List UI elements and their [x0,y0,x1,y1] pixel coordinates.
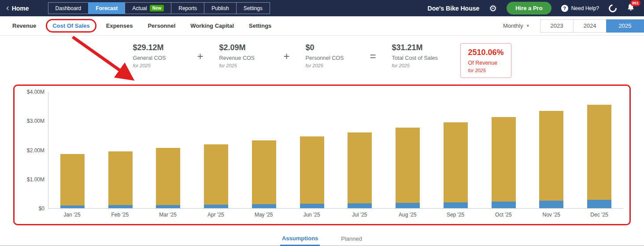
general-cos-segment[interactable] [492,117,516,202]
general-cos-segment[interactable] [587,105,611,200]
tab-dashboard[interactable]: Dashboard [48,2,89,14]
sync-spinner-icon[interactable] [607,3,618,14]
chevron-down-icon: ▾ [526,23,529,29]
period-label: Monthly [503,22,523,29]
chart-x-axis-labels: Jan '25Feb '25Mar '25Apr '25May '25Jun '… [48,212,623,218]
general-cos-segment[interactable] [444,122,468,202]
company-name: Doe's Bike House [428,5,480,12]
revenue-cos-period: for 2025 [219,63,267,68]
general-cos-segment[interactable] [108,151,133,206]
revenue-cos-value: $2.09M [219,43,267,52]
plus-operator: + [193,50,207,62]
x-tick-label: Aug '25 [384,212,432,218]
notifications-button[interactable]: 951 [626,3,635,14]
new-badge: New [150,5,164,11]
hire-a-pro-button[interactable]: Hire a Pro [507,2,551,15]
subnav-item-working-capital[interactable]: Working Capital [190,22,234,29]
revenue-cos-segment[interactable] [60,206,85,208]
revenue-cos-segment[interactable] [396,203,420,208]
general-cos-segment[interactable] [60,154,85,206]
stacked-bar[interactable] [252,140,276,208]
of-revenue-value: 2510.06% [468,48,503,57]
gear-icon[interactable]: ⚙ [489,4,497,13]
need-help-button[interactable]: ? Need Help? [561,5,599,12]
revenue-cos-segment[interactable] [108,205,133,208]
top-navigation-bar: ‹ Home Dashboard Forecast Actual New Rep… [0,0,644,16]
summary-total-cos: $31.21M Total Cost of Sales for 2025 [392,43,440,68]
total-cos-period: for 2025 [392,63,440,68]
bottom-tab-bar: Assumptions Planned [0,232,644,246]
stacked-bar[interactable] [587,105,611,208]
cos-stacked-bar-chart: $4.00M$3.00M$2.00M$1.00M$0 Jan '25Feb '2… [19,92,623,220]
revenue-cos-segment[interactable] [587,200,611,208]
subnav-item-settings[interactable]: Settings [249,22,271,29]
back-chevron-icon: ‹ [6,3,9,12]
subnav-item-cost-of-sales[interactable]: Cost Of Sales [46,19,96,33]
year-tab-2025[interactable]: 2025 [606,19,644,33]
stacked-bar[interactable] [156,148,180,208]
general-cos-segment[interactable] [204,144,228,205]
general-cos-segment[interactable] [252,140,276,204]
tab-publish[interactable]: Publish [204,2,236,14]
plus-operator: + [280,50,293,62]
need-help-label: Need Help? [571,5,599,11]
bar-column[interactable] [48,92,96,208]
bar-column[interactable] [240,92,288,208]
tab-actual[interactable]: Actual New [125,2,171,14]
revenue-cos-segment[interactable] [204,205,228,208]
period-dropdown[interactable]: Monthly ▾ [503,22,529,29]
stacked-bar[interactable] [492,117,516,208]
subnav-items: Revenue Cost Of Sales Expenses Personnel… [12,21,271,30]
bar-column[interactable] [432,92,480,208]
of-revenue-period: for 2025 [468,68,503,73]
tab-settings-label: Settings [244,5,263,11]
revenue-cos-segment[interactable] [492,202,516,208]
home-button[interactable]: ‹ Home [6,4,29,12]
summary-general-cos: $29.12M General COS for 2025 [133,43,181,68]
tab-assumptions[interactable]: Assumptions [280,232,320,246]
total-cos-value: $31.21M [392,43,440,52]
subnav-item-revenue[interactable]: Revenue [12,22,36,29]
x-tick-label: Oct '25 [479,212,527,218]
x-tick-label: Apr '25 [192,212,240,218]
stacked-bar[interactable] [204,144,228,208]
stacked-bar[interactable] [396,128,420,208]
tab-forecast[interactable]: Forecast [88,2,125,14]
tab-settings[interactable]: Settings [236,2,270,14]
general-cos-segment[interactable] [539,111,563,201]
bar-column[interactable] [336,92,384,208]
bar-column[interactable] [575,92,623,208]
general-cos-segment[interactable] [348,132,372,203]
general-cos-segment[interactable] [396,128,420,203]
stacked-bar[interactable] [444,122,468,208]
general-cos-segment[interactable] [156,148,180,205]
subnav-item-expenses[interactable]: Expenses [106,22,133,29]
revenue-cos-segment[interactable] [156,205,180,208]
stacked-bar[interactable] [108,151,133,208]
year-tab-2023[interactable]: 2023 [540,19,574,33]
revenue-cos-segment[interactable] [300,204,324,208]
stacked-bar[interactable] [539,111,563,208]
year-tab-2024[interactable]: 2024 [573,19,607,33]
bar-column[interactable] [528,92,576,208]
bar-column[interactable] [96,92,144,208]
revenue-cos-segment[interactable] [444,202,468,208]
stacked-bar[interactable] [348,132,372,208]
notification-count-badge: 951 [630,0,640,6]
x-tick-label: Sep '25 [432,212,480,218]
revenue-cos-segment[interactable] [539,201,563,208]
tab-reports[interactable]: Reports [171,2,204,14]
bar-column[interactable] [288,92,336,208]
bar-column[interactable] [144,92,192,208]
bar-column[interactable] [384,92,432,208]
bar-column[interactable] [192,92,240,208]
topbar-right-cluster: Doe's Bike House ⚙ Hire a Pro ? Need Hel… [428,2,635,15]
revenue-cos-segment[interactable] [252,204,276,208]
bar-column[interactable] [480,92,528,208]
subnav-item-personnel[interactable]: Personnel [148,22,175,29]
tab-planned[interactable]: Planned [339,232,364,245]
stacked-bar[interactable] [300,136,324,208]
revenue-cos-segment[interactable] [348,203,372,208]
stacked-bar[interactable] [60,154,85,208]
general-cos-segment[interactable] [300,136,324,204]
